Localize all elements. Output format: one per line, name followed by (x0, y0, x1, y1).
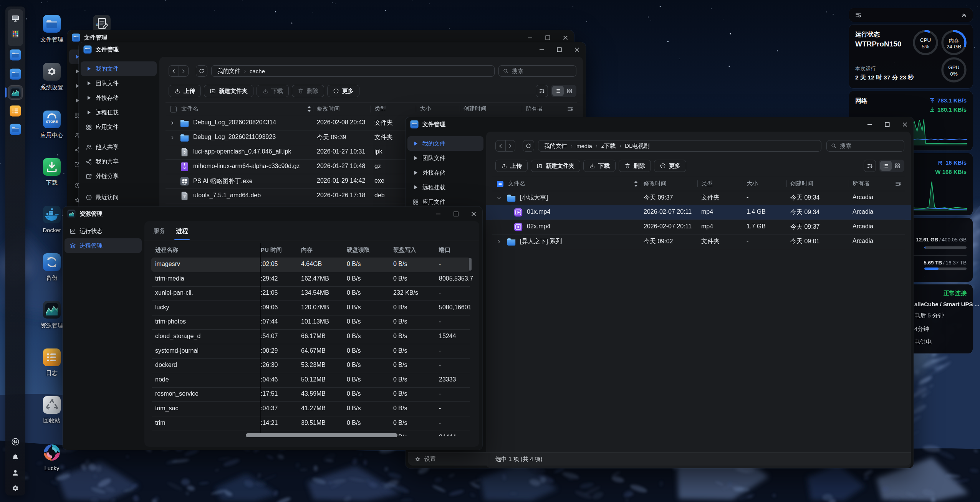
settings-button[interactable]: 设置 (414, 456, 489, 463)
column-settings-icon[interactable] (895, 180, 902, 187)
minimize-button[interactable] (861, 117, 878, 132)
column-header-modified[interactable]: 修改时间 (317, 105, 340, 112)
sidebar-item[interactable]: 最近访问 (81, 190, 157, 205)
column-header-size[interactable]: 大小 (420, 105, 431, 112)
sidebar-item[interactable]: 我的共享 (81, 154, 157, 169)
toolbar-button[interactable]: 删除 (292, 85, 324, 97)
tab-processes[interactable]: 进程 (176, 227, 188, 235)
maximize-button[interactable] (878, 117, 896, 132)
process-row[interactable]: systemd-journal:00:2964.67MB0 B/s0 B/s- (144, 344, 479, 359)
minimize-button[interactable] (429, 206, 447, 221)
chevron-down-icon[interactable] (497, 195, 502, 200)
grid-view-button[interactable] (892, 161, 903, 171)
monitor-menu-icon[interactable] (855, 12, 862, 18)
process-row[interactable]: xunlei-pan-cli.:21:05134.54MB0 B/s232 KB… (144, 286, 479, 301)
breadcrumb-segment[interactable]: 我的文件 (544, 142, 567, 150)
toolbar-button[interactable]: 下载 (583, 160, 616, 172)
dock-folder-app-icon[interactable] (10, 49, 21, 61)
forward-button[interactable] (179, 66, 189, 76)
column-header-size[interactable]: 大小 (747, 180, 758, 187)
sidebar-item[interactable]: 进程管理 (65, 238, 142, 253)
process-row[interactable]: cloud_storage_d:54:0766.17MB0 B/s0 B/s15… (144, 330, 479, 344)
column-header-name[interactable]: 文件名 (181, 105, 199, 112)
close-button[interactable] (465, 206, 482, 221)
toolbar-button[interactable]: 上传 (169, 85, 201, 97)
select-all-checkbox[interactable] (170, 106, 177, 112)
dock-bell-icon[interactable] (11, 453, 20, 462)
dock-folder-app-icon[interactable] (10, 124, 21, 135)
dock-resmon-app-icon[interactable] (10, 87, 21, 98)
chevron-right-icon[interactable] (497, 239, 502, 244)
close-button[interactable] (568, 42, 586, 57)
sort-button[interactable] (536, 85, 548, 97)
column-header-owner[interactable]: 所有者 (526, 105, 543, 112)
process-row[interactable]: dockerd:26:3053.23MB0 B/s0 B/s- (144, 358, 479, 373)
show-desktop-icon[interactable] (11, 14, 20, 23)
column-header-name[interactable]: 文件名 (508, 180, 525, 187)
toolbar-button[interactable]: 更多 (327, 85, 359, 97)
column-header-type[interactable]: 类型 (701, 180, 713, 187)
sidebar-item[interactable]: 团队文件 (407, 151, 483, 165)
file-row[interactable]: [异人之下].系列今天 09:02文件夹-今天 09:01Arcadia (486, 234, 911, 249)
vertical-scrollbar[interactable] (469, 258, 472, 271)
chevron-right-icon[interactable] (170, 121, 175, 126)
monitor-collapse-icon[interactable] (961, 12, 967, 18)
desktop-icon-download[interactable]: 下载 (32, 158, 72, 187)
sidebar-item[interactable]: 运行状态 (65, 224, 142, 238)
toolbar-button[interactable]: 上传 (495, 160, 528, 172)
column-header-port[interactable]: 端口 (439, 246, 450, 254)
sidebar-item[interactable]: 外接存储 (407, 165, 483, 180)
back-button[interactable] (169, 66, 179, 76)
column-header-cpu-time[interactable]: PU 时间 (261, 246, 282, 254)
process-row[interactable]: resmon_service:17:5143.59MB0 B/s0 B/s- (144, 387, 479, 402)
process-row[interactable]: trim_sac:04:3741.27MB0 B/s0 B/s- (144, 402, 479, 416)
process-row[interactable]: trim-media:29:42162.47MB0 B/s0 B/s8005,5… (144, 272, 479, 287)
desktop-icon-store[interactable]: 应用中心 (32, 110, 72, 139)
sidebar-item[interactable]: 团队文件 (81, 76, 157, 91)
sidebar-item[interactable]: 我的文件 (81, 61, 157, 76)
refresh-button[interactable] (523, 140, 534, 152)
desktop-icon-settings[interactable]: 系统设置 (32, 63, 72, 91)
forward-button[interactable] (505, 140, 515, 151)
chevron-right-icon[interactable] (170, 135, 175, 140)
list-view-button[interactable] (880, 161, 892, 171)
sidebar-item[interactable]: 远程挂载 (81, 105, 157, 120)
breadcrumb[interactable]: 我的文件›media›z下载›DL电视剧 (538, 140, 821, 152)
process-row[interactable]: trim-photos:07:44101.13MB0 B/s0 B/s- (144, 315, 479, 330)
process-row[interactable]: node:04:4650.12MB0 B/s0 B/s23333 (144, 373, 479, 388)
sidebar-item[interactable]: 外接存储 (81, 91, 157, 105)
process-row[interactable]: imagesrv:02:054.64GB0 B/s0 B/s- (144, 258, 479, 272)
search-input[interactable]: 搜索 (498, 65, 576, 77)
maximize-button[interactable] (550, 42, 568, 57)
desktop-icon-files[interactable]: 文件管理 (32, 15, 72, 43)
back-button[interactable] (496, 140, 505, 151)
sidebar-item[interactable]: 应用文件 (81, 120, 157, 134)
column-header-created[interactable]: 创建时间 (790, 180, 813, 187)
dock-net-speed-icon[interactable] (11, 438, 20, 446)
column-settings-icon[interactable] (567, 106, 574, 112)
select-all-checkbox[interactable] (497, 181, 503, 187)
toolbar-button[interactable]: 新建文件夹 (204, 85, 253, 97)
column-header-memory[interactable]: 内存 (301, 246, 313, 254)
breadcrumb-segment[interactable]: cache (250, 68, 265, 74)
grid-view-button[interactable] (564, 86, 575, 96)
resource-manager-window[interactable]: 资源管理运行状态进程管理服务进程进程名称PU 时间内存硬盘读取硬盘写入端口ima… (63, 206, 482, 450)
column-header-owner[interactable]: 所有者 (853, 180, 870, 187)
column-header-type[interactable]: 类型 (374, 105, 386, 112)
file-row[interactable]: 02x.mp42026-02-07 20:11mp41.7 GB今天 09:37… (486, 220, 911, 234)
column-header-created[interactable]: 创建时间 (464, 105, 487, 112)
search-input[interactable]: 搜索 (826, 140, 904, 152)
column-header-modified[interactable]: 修改时间 (644, 180, 667, 187)
window-titlebar[interactable]: 资源管理 (63, 206, 482, 221)
sidebar-item[interactable]: 外链分享 (81, 169, 157, 183)
sidebar-item[interactable]: 他人共享 (81, 140, 157, 154)
file-row[interactable]: [小城大事]今天 09:37文件夹-今天 09:34Arcadia (486, 191, 911, 205)
dock-folder-app-icon[interactable] (10, 68, 21, 80)
toolbar-button[interactable]: 新建文件夹 (531, 160, 580, 172)
toolbar-button[interactable]: 删除 (619, 160, 651, 172)
maximize-button[interactable] (447, 206, 465, 221)
sort-button[interactable] (864, 160, 876, 172)
horizontal-scrollbar[interactable] (246, 433, 397, 437)
sidebar-item[interactable]: 我的文件 (407, 136, 483, 151)
dock-logs-app-icon[interactable] (10, 105, 21, 117)
